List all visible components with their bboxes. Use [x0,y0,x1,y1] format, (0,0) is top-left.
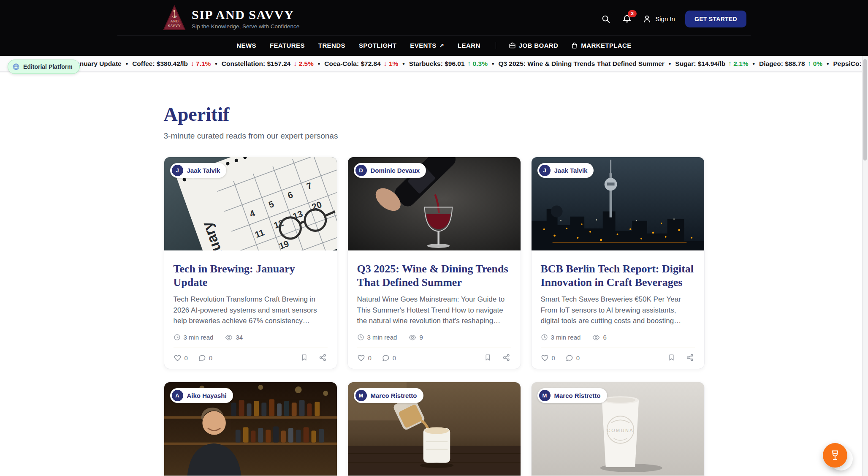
brand-tagline: Sip the Knowledge, Serve with Confidence [192,23,299,30]
ticker-separator: • [215,60,217,67]
page-title: Aperitif [164,103,705,125]
main-content: Aperitif 3-minute curated reads from our… [164,72,705,476]
brand-logo-link[interactable]: SIP AND SAVVY SIP AND SAVVY Sip the Know… [163,5,299,33]
search-button[interactable] [600,14,611,24]
market-ticker: rewing: January Update•Coffee: $380.42/l… [0,56,868,72]
external-link-icon: ↗ [439,42,444,49]
view-count: 9 [409,334,423,341]
article-card[interactable]: D Dominic Devaux Q3 2025: Wine & Dining … [347,157,521,369]
user-icon [643,14,651,23]
article-card[interactable]: COMUNA M Marco Ristretto Q3 2025: Coffee… [531,382,705,476]
comment-icon [198,354,206,362]
ticker-item[interactable]: Q3 2025: Wine & Dining Trends That Defin… [498,60,664,68]
author-avatar: J [172,165,183,176]
down-arrow-change: ↓ 7.1% [191,60,211,68]
nav-item-marketplace[interactable]: MARKETPLACE [571,42,631,49]
share-button[interactable] [319,354,327,363]
share-icon [319,354,327,362]
article-title[interactable]: Q3 2025: Wine & Dining Trends That Defin… [357,262,511,289]
author-avatar: M [355,390,367,401]
page: SIP AND SAVVY SIP AND SAVVY Sip the Know… [0,0,868,476]
page-scrollbar[interactable] [862,0,868,476]
nav-item-events[interactable]: EVENTS↗ [410,42,444,49]
article-card[interactable]: January 456 111213 19720 J Jaak Talvik T… [164,157,337,369]
author-badge[interactable]: J Jaak Talvik [170,163,227,178]
bookmark-icon [668,354,675,362]
like-button[interactable]: 0 [174,354,188,362]
like-button[interactable]: 0 [541,354,555,362]
article-card[interactable]: J Jaak Talvik BCB Berlin Tech Report: Di… [531,157,705,369]
author-badge[interactable]: M Marco Ristretto [354,388,423,403]
svg-text:COMUNA: COMUNA [607,427,633,432]
scrollbar-thumb[interactable] [863,59,867,160]
assistant-fab-button[interactable] [823,443,847,468]
svg-text:SIP: SIP [171,15,177,19]
card-body: Q3 2025: Wine & Dining Trends That Defin… [348,250,521,369]
read-time: 3 min read [357,334,397,341]
share-button[interactable] [686,354,694,363]
ticker-separator: • [669,60,671,67]
card-image: COMUNA M Marco Ristretto [532,382,704,476]
svg-text:SAVVY: SAVVY [168,24,181,28]
bookmark-button[interactable] [301,354,308,363]
notifications-button[interactable]: 3 [621,14,632,24]
card-image: J Jaak Talvik [532,157,704,250]
comment-button[interactable]: 0 [198,354,212,362]
ticker-item[interactable]: Starbucks: $96.01↑ 0.3% [409,60,488,68]
ticker-separator: • [318,60,320,67]
author-avatar: A [172,390,183,401]
down-arrow-change: ↓ 1% [384,60,398,68]
nav-item-trends[interactable]: TRENDS [318,42,345,49]
article-title[interactable]: BCB Berlin Tech Report: Digital Innovati… [541,262,695,289]
sign-in-button[interactable]: Sign In [643,14,675,23]
read-time: 3 min read [174,334,214,341]
nav-item-spotlight[interactable]: SPOTLIGHT [359,42,396,49]
author-badge[interactable]: D Dominic Devaux [354,163,426,178]
article-excerpt: Tech Revolution Transforms Craft Brewing… [174,294,328,326]
comment-button[interactable]: 0 [382,354,396,362]
heart-icon [174,354,182,362]
comment-icon [565,354,573,362]
author-avatar: M [539,390,551,401]
ticker-item-label: Q3 2025: Wine & Dining Trends That Defin… [498,60,664,68]
heart-icon [541,354,549,362]
card-image: D Dominic Devaux [348,157,521,250]
article-excerpt: Natural Wine Goes Mainstream: Your Guide… [357,294,511,326]
get-started-button[interactable]: GET STARTED [685,11,746,27]
ticker-separator: • [402,60,404,67]
bookmark-button[interactable] [668,354,675,363]
card-actions [484,354,511,363]
nav-item-learn[interactable]: LEARN [458,42,480,49]
comment-button[interactable]: 0 [565,354,580,362]
card-image: A Aiko Hayashi [164,382,337,476]
up-arrow-change: ↑ 2.1% [728,60,748,68]
share-button[interactable] [502,354,510,363]
nav-item-news[interactable]: NEWS [236,42,256,49]
article-title[interactable]: Tech in Brewing: January Update [174,262,328,289]
article-card[interactable]: M Marco Ristretto Coffee Meets Cocktails… [347,382,521,476]
author-badge[interactable]: J Jaak Talvik [537,163,594,178]
ticker-item[interactable]: Coca-Cola: $72.84↓ 1% [324,60,398,68]
author-badge[interactable]: M Marco Ristretto [537,388,607,403]
editorial-platform-badge[interactable]: Editorial Platform [8,60,80,74]
ticker-item[interactable]: Diageo: $88.78↑ 0% [759,60,822,68]
nav-item-job-board[interactable]: JOB BOARD [509,42,559,49]
ticker-item[interactable]: Sugar: $14.94/lb↑ 2.1% [675,60,748,68]
ticker-separator: • [827,60,829,67]
header-actions: 3 Sign In GET STARTED [600,11,746,27]
nav-item-features[interactable]: FEATURES [270,42,305,49]
author-badge[interactable]: A Aiko Hayashi [170,388,233,403]
share-icon [502,354,510,362]
author-name: Jaak Talvik [554,167,588,174]
up-arrow-change: ↑ 0% [808,60,822,68]
card-meta: 3 min read 9 [357,334,511,341]
ticker-item-label: Coffee: $380.42/lb [132,60,188,68]
bookmark-button[interactable] [484,354,491,363]
read-time: 3 min read [541,334,581,341]
author-avatar: J [539,165,551,176]
like-button[interactable]: 0 [357,354,372,362]
cards-grid: January 456 111213 19720 J Jaak Talvik T… [164,157,705,476]
article-card[interactable]: A Aiko Hayashi BCB Berlin 2025: Revoluti… [164,382,337,476]
ticker-item[interactable]: Constellation: $157.24↓ 2.5% [222,60,314,68]
ticker-item[interactable]: Coffee: $380.42/lb↓ 7.1% [132,60,211,68]
